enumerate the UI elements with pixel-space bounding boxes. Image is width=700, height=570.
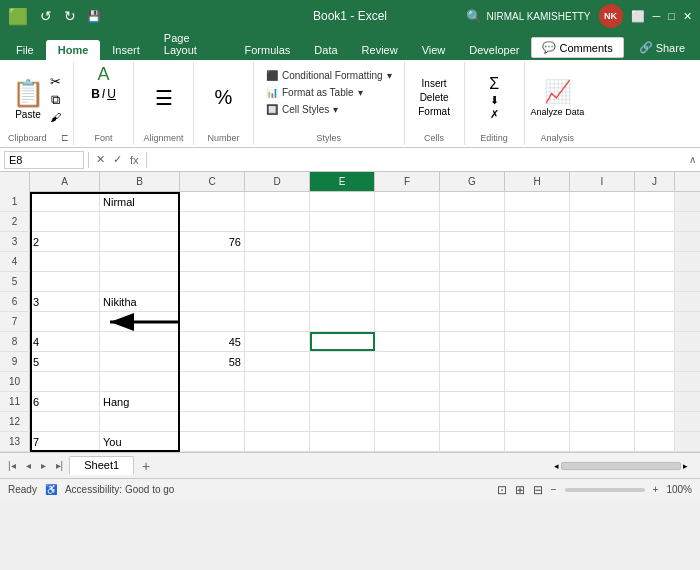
cell-G9[interactable]: [440, 352, 505, 371]
cell-F8[interactable]: [375, 332, 440, 351]
cell-D9[interactable]: [245, 352, 310, 371]
tab-developer[interactable]: Developer: [457, 40, 531, 60]
cell-styles-button[interactable]: 🔲 Cell Styles ▾: [260, 102, 398, 117]
format-as-table-button[interactable]: 📊 Format as Table ▾: [260, 85, 398, 100]
cell-J11[interactable]: [635, 392, 675, 411]
cell-J9[interactable]: [635, 352, 675, 371]
cell-C9[interactable]: 58: [180, 352, 245, 371]
zoom-slider[interactable]: [565, 488, 645, 492]
cell-G1[interactable]: [440, 192, 505, 211]
cell-E1[interactable]: [310, 192, 375, 211]
cell-A1[interactable]: [30, 192, 100, 211]
cell-H9[interactable]: [505, 352, 570, 371]
col-header-J[interactable]: J: [635, 172, 675, 191]
insert-function-button[interactable]: fx: [127, 154, 142, 166]
conditional-formatting-button[interactable]: ⬛ Conditional Formatting ▾: [260, 68, 398, 83]
cell-H4[interactable]: [505, 252, 570, 271]
cell-G7[interactable]: [440, 312, 505, 331]
cell-G3[interactable]: [440, 232, 505, 251]
cell-C2[interactable]: [180, 212, 245, 231]
cell-B2[interactable]: [100, 212, 180, 231]
cell-E4[interactable]: [310, 252, 375, 271]
col-header-G[interactable]: G: [440, 172, 505, 191]
cell-B1[interactable]: Nirmal: [100, 192, 180, 211]
row-header-8[interactable]: 8: [0, 332, 30, 351]
cell-D7[interactable]: [245, 312, 310, 331]
cell-E10[interactable]: [310, 372, 375, 391]
cell-A9[interactable]: 5: [30, 352, 100, 371]
cell-B4[interactable]: [100, 252, 180, 271]
cell-I9[interactable]: [570, 352, 635, 371]
tab-view[interactable]: View: [410, 40, 458, 60]
zoom-minus-button[interactable]: −: [551, 484, 557, 495]
cell-J4[interactable]: [635, 252, 675, 271]
cell-A5[interactable]: [30, 272, 100, 291]
col-header-A[interactable]: A: [30, 172, 100, 191]
cell-H5[interactable]: [505, 272, 570, 291]
bold-button[interactable]: B: [91, 87, 100, 101]
cell-F7[interactable]: [375, 312, 440, 331]
cell-F2[interactable]: [375, 212, 440, 231]
cell-H1[interactable]: [505, 192, 570, 211]
cell-C13[interactable]: [180, 432, 245, 451]
tab-home[interactable]: Home: [46, 40, 101, 60]
cell-J1[interactable]: [635, 192, 675, 211]
cell-E11[interactable]: [310, 392, 375, 411]
cell-D4[interactable]: [245, 252, 310, 271]
cell-H6[interactable]: [505, 292, 570, 311]
tab-formulas[interactable]: Formulas: [232, 40, 302, 60]
formula-input[interactable]: [151, 153, 687, 167]
cell-D5[interactable]: [245, 272, 310, 291]
tab-file[interactable]: File: [4, 40, 46, 60]
cell-G6[interactable]: [440, 292, 505, 311]
cell-B10[interactable]: [100, 372, 180, 391]
insert-button[interactable]: Insert: [422, 78, 447, 89]
cell-C4[interactable]: [180, 252, 245, 271]
undo-button[interactable]: ↺: [36, 6, 56, 26]
paste-button[interactable]: 📋 Paste: [8, 76, 48, 122]
scroll-left-icon[interactable]: ◂: [554, 461, 559, 471]
cell-G2[interactable]: [440, 212, 505, 231]
cell-I10[interactable]: [570, 372, 635, 391]
cell-A4[interactable]: [30, 252, 100, 271]
cell-J3[interactable]: [635, 232, 675, 251]
cell-J13[interactable]: [635, 432, 675, 451]
cell-D3[interactable]: [245, 232, 310, 251]
cell-F5[interactable]: [375, 272, 440, 291]
cell-J8[interactable]: [635, 332, 675, 351]
sheet-nav-next[interactable]: ▸: [37, 460, 50, 471]
cell-J2[interactable]: [635, 212, 675, 231]
cell-B3[interactable]: [100, 232, 180, 251]
cell-A10[interactable]: [30, 372, 100, 391]
cell-D1[interactable]: [245, 192, 310, 211]
cell-C1[interactable]: [180, 192, 245, 211]
cell-E6[interactable]: [310, 292, 375, 311]
cell-G13[interactable]: [440, 432, 505, 451]
cell-J10[interactable]: [635, 372, 675, 391]
cell-G10[interactable]: [440, 372, 505, 391]
col-header-B[interactable]: B: [100, 172, 180, 191]
cell-C8[interactable]: 45: [180, 332, 245, 351]
autosave-button[interactable]: 💾: [84, 6, 104, 26]
row-header-13[interactable]: 13: [0, 432, 30, 451]
cell-B13[interactable]: You: [100, 432, 180, 451]
maximize-button[interactable]: □: [668, 10, 675, 22]
row-header-7[interactable]: 7: [0, 312, 30, 331]
format-button[interactable]: Format: [418, 106, 450, 117]
cell-B12[interactable]: [100, 412, 180, 431]
cell-C7[interactable]: [180, 312, 245, 331]
cell-reference-input[interactable]: [4, 151, 84, 169]
cell-F10[interactable]: [375, 372, 440, 391]
cell-F12[interactable]: [375, 412, 440, 431]
col-header-H[interactable]: H: [505, 172, 570, 191]
cell-E3[interactable]: [310, 232, 375, 251]
cell-H13[interactable]: [505, 432, 570, 451]
cell-D2[interactable]: [245, 212, 310, 231]
col-header-I[interactable]: I: [570, 172, 635, 191]
row-header-10[interactable]: 10: [0, 372, 30, 391]
cell-E2[interactable]: [310, 212, 375, 231]
cell-J5[interactable]: [635, 272, 675, 291]
cell-F3[interactable]: [375, 232, 440, 251]
fill-button[interactable]: ⬇: [490, 94, 499, 107]
tab-insert[interactable]: Insert: [100, 40, 152, 60]
